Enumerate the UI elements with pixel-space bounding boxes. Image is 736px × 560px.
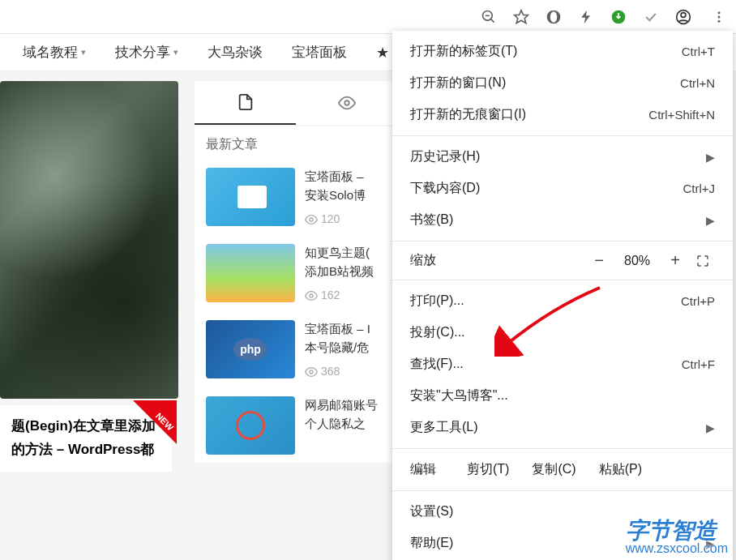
article-views: 162 [305,287,386,304]
svg-point-18 [310,370,313,374]
menu-paste[interactable]: 粘贴(P) [599,461,642,478]
menu-separator [392,280,733,280]
article-list: 宝塔面板 –安装Solo博 120 知更鸟主题(添加B站视频 162 宝塔面板 … [195,160,397,463]
svg-point-5 [550,11,557,22]
edit-label: 编辑 [410,461,436,478]
chevron-down-icon: ▾ [81,47,86,58]
article-thumb [206,168,295,226]
chevron-right-icon: ▶ [706,151,715,164]
svg-point-17 [310,294,313,297]
article-thumb [206,320,295,378]
svg-point-11 [718,15,721,18]
article-body: 宝塔面板 –安装Solo博 120 [305,168,386,228]
zoom-in-button[interactable]: + [660,251,691,270]
profile-icon[interactable] [674,8,692,26]
sidebar: 最新文章 宝塔面板 –安装Solo博 120 知更鸟主题(添加B站视频 162 [195,81,397,560]
menu-new-window[interactable]: 打开新的窗口(N)Ctrl+N [392,67,733,99]
hero-column: NEW 题(Begin)在文章里添加 的方法 – WordPress都 [0,81,178,560]
menu-separator [392,241,733,242]
menu-cast[interactable]: 投射(C)... [392,317,733,348]
svg-point-9 [681,12,686,17]
menu-cut[interactable]: 剪切(T) [467,461,509,478]
list-item[interactable]: 网易邮箱账号个人隐私之 [195,388,397,463]
chevron-down-icon: ▾ [173,47,178,58]
article-views: 368 [305,363,386,380]
list-item[interactable]: 知更鸟主题(添加B站视频 162 [195,236,397,312]
section-title: 最新文章 [195,126,397,160]
menu-edit-row: 编辑 剪切(T) 复制(C) 粘贴(P) [392,454,733,485]
svg-point-15 [344,100,349,105]
download-manager-icon[interactable] [610,8,627,26]
article-views: 120 [305,211,386,228]
nav-item-baota[interactable]: 宝塔面板 [292,43,347,62]
menu-find[interactable]: 查找(F)...Ctrl+F [392,348,733,380]
sidebar-tabs [195,81,397,125]
hero-caption[interactable]: NEW 题(Begin)在文章里添加 的方法 – WordPress都 [0,405,172,472]
chrome-menu: 打开新的标签页(T)Ctrl+T 打开新的窗口(N)Ctrl+N 打开新的无痕窗… [392,31,733,560]
star-icon[interactable] [512,8,530,26]
menu-history[interactable]: 历史记录(H)▶ [392,141,733,173]
chevron-right-icon: ▶ [706,421,715,434]
zoom-label: 缩放 [410,252,584,269]
lightning-icon[interactable] [577,8,595,26]
article-thumb [206,396,295,455]
chrome-menu-button[interactable] [707,5,731,29]
menu-incognito[interactable]: 打开新的无痕窗口(I)Ctrl+Shift+N [392,99,733,130]
new-badge-icon: NEW [133,400,177,444]
menu-separator [392,490,733,491]
svg-line-1 [491,19,494,22]
tab-articles[interactable] [195,81,296,125]
menu-new-tab[interactable]: 打开新的标签页(T)Ctrl+T [392,36,733,67]
menu-install-app[interactable]: 安装"大鸟博客"... [392,380,733,412]
tab-views[interactable] [296,81,397,125]
menu-separator [392,448,733,449]
watermark: 字节智造 www.zsxcool.com [626,519,728,555]
menu-zoom: 缩放 − 80% + [392,246,733,275]
article-body: 网易邮箱账号个人隐私之 [305,396,386,455]
zoom-out-icon[interactable] [480,8,498,26]
hero-image[interactable] [0,81,178,399]
zoom-value: 80% [614,254,660,268]
svg-point-12 [718,19,721,22]
zoom-out-button[interactable]: − [584,251,614,270]
svg-marker-6 [581,10,590,24]
svg-point-16 [310,218,313,221]
nav-item-domain[interactable]: 域名教程▾ [23,43,86,62]
browser-toolbar [0,0,736,34]
check-icon[interactable] [642,8,660,26]
fullscreen-icon[interactable] [691,254,715,268]
opera-icon[interactable] [545,8,563,26]
article-body: 宝塔面板 – I本号隐藏/危 368 [305,320,386,380]
star-black-icon[interactable]: ★ [376,44,389,62]
article-body: 知更鸟主题(添加B站视频 162 [305,244,386,304]
svg-marker-3 [515,10,528,23]
svg-point-10 [718,11,721,14]
article-thumb [206,244,295,302]
nav-item-talk[interactable]: 大鸟杂谈 [208,43,263,62]
list-item[interactable]: 宝塔面板 –安装Solo博 120 [195,160,397,236]
chevron-right-icon: ▶ [706,214,715,227]
menu-print[interactable]: 打印(P)...Ctrl+P [392,285,733,317]
menu-more-tools[interactable]: 更多工具(L)▶ [392,412,733,443]
list-item[interactable]: 宝塔面板 – I本号隐藏/危 368 [195,312,397,388]
menu-copy[interactable]: 复制(C) [532,461,576,478]
nav-item-tech[interactable]: 技术分享▾ [115,43,178,62]
menu-downloads[interactable]: 下载内容(D)Ctrl+J [392,173,733,204]
menu-bookmarks[interactable]: 书签(B)▶ [392,204,733,236]
menu-separator [392,135,733,136]
